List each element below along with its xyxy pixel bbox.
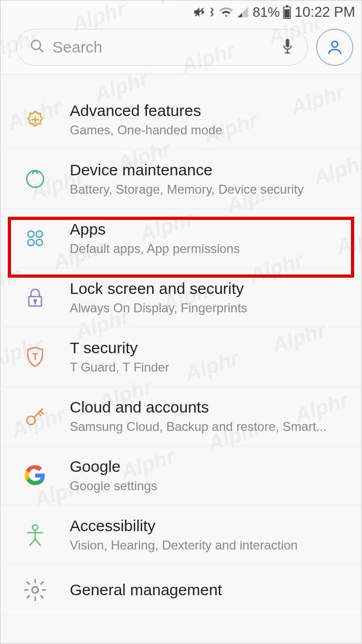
svg-point-16 <box>36 239 42 246</box>
settings-item-subtitle: Default apps, App permissions <box>70 241 346 256</box>
settings-item-accessibility[interactable]: Accessibility Vision, Hearing, Dexterity… <box>1 505 361 565</box>
settings-item-title: Accessibility <box>70 517 346 535</box>
vibrate-icon <box>209 6 216 18</box>
search-row <box>1 24 361 75</box>
settings-item-title: Apps <box>70 220 346 238</box>
four-dots-icon <box>22 225 49 252</box>
settings-item-title: Cloud and accounts <box>70 398 346 416</box>
svg-rect-2 <box>286 5 288 7</box>
settings-item-cloud-accounts[interactable]: Cloud and accounts Samsung Cloud, Backup… <box>1 387 361 446</box>
svg-line-28 <box>30 539 35 545</box>
key-icon <box>22 403 49 430</box>
svg-text:T: T <box>33 352 38 362</box>
settings-item-lock-screen-security[interactable]: Lock screen and security Always On Displ… <box>1 268 361 328</box>
settings-item-apps[interactable]: Apps Default apps, App permissions <box>1 209 361 268</box>
settings-item-general-management[interactable]: General management <box>1 565 361 616</box>
svg-line-24 <box>38 413 41 416</box>
search-icon <box>29 38 45 56</box>
svg-point-25 <box>33 525 38 530</box>
svg-point-13 <box>28 231 34 237</box>
wifi-icon <box>219 6 233 18</box>
search-pill[interactable] <box>16 29 308 66</box>
settings-item-subtitle: Battery, Storage, Memory, Device securit… <box>70 182 346 197</box>
svg-point-9 <box>332 41 337 47</box>
settings-item-google[interactable]: Google Google settings <box>1 446 361 505</box>
settings-item-title: Device maintenance <box>70 161 346 179</box>
svg-line-5 <box>39 48 44 52</box>
settings-item-title: Lock screen and security <box>70 280 346 298</box>
settings-item-advanced-features[interactable]: Advanced features Games, One-handed mode <box>1 90 361 150</box>
settings-item-subtitle: Always On Display, Fingerprints <box>70 301 346 315</box>
profile-button[interactable] <box>316 29 353 66</box>
svg-line-29 <box>35 539 40 545</box>
svg-line-23 <box>40 411 44 414</box>
status-time: 10:22 PM <box>294 4 355 20</box>
svg-point-12 <box>27 171 44 187</box>
google-g-icon <box>22 462 49 489</box>
mute-vibrate-icon <box>193 5 206 19</box>
voice-icon[interactable] <box>280 37 295 57</box>
settings-item-title: Advanced features <box>70 102 346 120</box>
svg-point-15 <box>28 239 34 246</box>
search-input[interactable] <box>52 38 273 56</box>
svg-point-30 <box>32 587 38 593</box>
svg-point-4 <box>31 40 41 50</box>
settings-item-title: General management <box>70 581 346 599</box>
person-icon <box>22 521 49 548</box>
shield-t-icon: T <box>22 343 49 371</box>
svg-point-14 <box>36 231 42 237</box>
status-bar: 81% 10:22 PM <box>1 1 361 24</box>
settings-item-title: Google <box>70 458 346 476</box>
settings-item-subtitle: Samsung Cloud, Backup and restore, Smart… <box>70 419 346 434</box>
settings-list: Advanced features Games, One-handed mode… <box>1 75 361 644</box>
lock-icon <box>22 284 49 311</box>
cycle-icon <box>22 165 49 193</box>
svg-rect-6 <box>286 39 290 47</box>
svg-rect-3 <box>285 9 290 18</box>
gear-icon <box>22 576 49 604</box>
settings-item-subtitle: T Guard, T Finder <box>70 360 346 375</box>
settings-item-device-maintenance[interactable]: Device maintenance Battery, Storage, Mem… <box>1 150 361 209</box>
settings-item-title: T security <box>70 339 346 357</box>
plus-gear-icon <box>22 106 49 133</box>
signal-icon <box>237 6 249 18</box>
settings-item-subtitle: Vision, Hearing, Dexterity and interacti… <box>70 538 346 553</box>
battery-icon <box>283 5 291 19</box>
settings-item-t-security[interactable]: T T security T Guard, T Finder <box>1 328 361 387</box>
settings-item-subtitle: Games, One-handed mode <box>70 123 346 138</box>
settings-item-subtitle: Google settings <box>70 479 346 493</box>
battery-percent: 81% <box>252 4 280 20</box>
